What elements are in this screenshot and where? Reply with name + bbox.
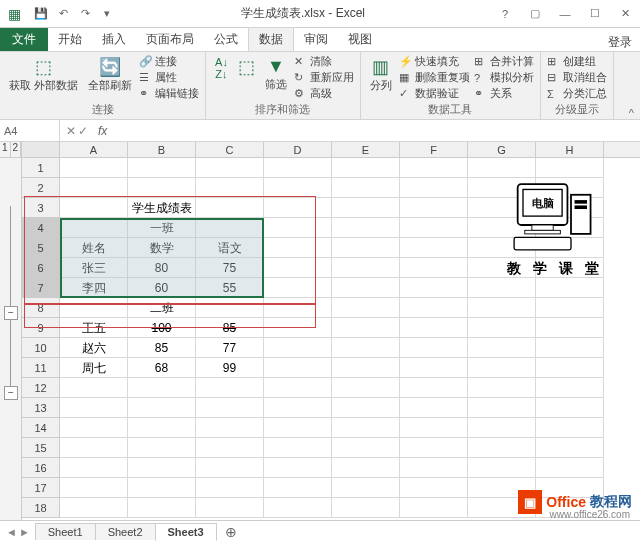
row-header[interactable]: 10 bbox=[22, 338, 60, 358]
cell-class2[interactable]: 二班 bbox=[128, 298, 196, 318]
name-box[interactable]: A4 bbox=[0, 120, 60, 141]
cell-h-chn[interactable]: 语文 bbox=[196, 238, 264, 258]
row-header[interactable]: 6 bbox=[22, 258, 60, 278]
tab-home[interactable]: 开始 bbox=[48, 28, 92, 51]
row-header[interactable]: 2 bbox=[22, 178, 60, 198]
properties-button[interactable]: ☰属性 bbox=[139, 70, 199, 85]
row-header[interactable]: 16 bbox=[22, 458, 60, 478]
row-header[interactable]: 18 bbox=[22, 498, 60, 518]
row-header[interactable]: 13 bbox=[22, 398, 60, 418]
row-header[interactable]: 7 bbox=[22, 278, 60, 298]
outline-collapse-2[interactable]: − bbox=[4, 386, 18, 400]
save-icon[interactable]: 💾 bbox=[32, 5, 50, 23]
clear-button[interactable]: ✕清除 bbox=[294, 54, 354, 69]
remove-duplicates-button[interactable]: ▦删除重复项 bbox=[399, 70, 470, 85]
enter-icon[interactable]: ✓ bbox=[78, 124, 88, 138]
col-header-h[interactable]: H bbox=[536, 142, 604, 157]
relations-button[interactable]: ⚭关系 bbox=[474, 86, 534, 101]
cell[interactable]: 85 bbox=[128, 338, 196, 358]
redo-icon[interactable]: ↷ bbox=[76, 5, 94, 23]
row-header[interactable]: 9 bbox=[22, 318, 60, 338]
cell[interactable]: 99 bbox=[196, 358, 264, 378]
edit-links-button[interactable]: ⚭编辑链接 bbox=[139, 86, 199, 101]
cell[interactable]: 75 bbox=[196, 258, 264, 278]
sheet-tab-2[interactable]: Sheet2 bbox=[95, 523, 156, 540]
data-validation-button[interactable]: ✓数据验证 bbox=[399, 86, 470, 101]
row-header[interactable]: 12 bbox=[22, 378, 60, 398]
outline-level-1[interactable]: 1 bbox=[0, 142, 11, 157]
advanced-button[interactable]: ⚙高级 bbox=[294, 86, 354, 101]
get-external-data-button[interactable]: ⬚获取 外部数据 bbox=[6, 54, 81, 95]
text-to-columns-button[interactable]: ▥分列 bbox=[367, 54, 395, 95]
cell-class1[interactable]: 一班 bbox=[128, 218, 196, 238]
cell[interactable]: 李四 bbox=[60, 278, 128, 298]
row-header[interactable]: 3 bbox=[22, 198, 60, 218]
cell[interactable]: 100 bbox=[128, 318, 196, 338]
filter-button[interactable]: ▼筛选 bbox=[262, 54, 290, 94]
col-header-c[interactable]: C bbox=[196, 142, 264, 157]
sort-button[interactable]: ⬚ bbox=[235, 54, 258, 80]
tab-insert[interactable]: 插入 bbox=[92, 28, 136, 51]
cell[interactable]: 周七 bbox=[60, 358, 128, 378]
col-header-b[interactable]: B bbox=[128, 142, 196, 157]
ungroup-button[interactable]: ⊟取消组合 bbox=[547, 70, 607, 85]
row-header[interactable]: 4 bbox=[22, 218, 60, 238]
ribbon-options-icon[interactable]: ▢ bbox=[520, 4, 550, 24]
worksheet-grid[interactable]: 1 2 − − A B C D E F G H 1 2 3学生成绩表 4一班 5… bbox=[0, 142, 640, 520]
sort-az-button[interactable]: A↓Z↓ bbox=[212, 54, 231, 82]
minimize-icon[interactable]: — bbox=[550, 4, 580, 24]
add-sheet-button[interactable]: ⊕ bbox=[217, 524, 245, 540]
col-header-f[interactable]: F bbox=[400, 142, 468, 157]
close-icon[interactable]: ✕ bbox=[610, 4, 640, 24]
undo-icon[interactable]: ↶ bbox=[54, 5, 72, 23]
sheet-nav-prev[interactable]: ◄ bbox=[6, 526, 17, 538]
row-header[interactable]: 15 bbox=[22, 438, 60, 458]
help-icon[interactable]: ? bbox=[490, 4, 520, 24]
tab-review[interactable]: 审阅 bbox=[294, 28, 338, 51]
row-header[interactable]: 17 bbox=[22, 478, 60, 498]
cell-title[interactable]: 学生成绩表 bbox=[128, 198, 196, 218]
cell[interactable]: 85 bbox=[196, 318, 264, 338]
col-header-a[interactable]: A bbox=[60, 142, 128, 157]
what-if-button[interactable]: ?模拟分析 bbox=[474, 70, 534, 85]
cell[interactable]: 王五 bbox=[60, 318, 128, 338]
qat-dropdown-icon[interactable]: ▾ bbox=[98, 5, 116, 23]
reapply-button[interactable]: ↻重新应用 bbox=[294, 70, 354, 85]
cell[interactable]: 68 bbox=[128, 358, 196, 378]
cell[interactable]: 55 bbox=[196, 278, 264, 298]
cell[interactable]: 60 bbox=[128, 278, 196, 298]
cell-h-name[interactable]: 姓名 bbox=[60, 238, 128, 258]
cell[interactable]: 80 bbox=[128, 258, 196, 278]
collapse-ribbon-icon[interactable]: ^ bbox=[623, 107, 640, 119]
cell[interactable]: 张三 bbox=[60, 258, 128, 278]
col-header-g[interactable]: G bbox=[468, 142, 536, 157]
col-header-e[interactable]: E bbox=[332, 142, 400, 157]
consolidate-button[interactable]: ⊞合并计算 bbox=[474, 54, 534, 69]
row-header[interactable]: 1 bbox=[22, 158, 60, 178]
tab-file[interactable]: 文件 bbox=[0, 28, 48, 51]
col-header-d[interactable]: D bbox=[264, 142, 332, 157]
group-button[interactable]: ⊞创建组 bbox=[547, 54, 607, 69]
row-header[interactable]: 5 bbox=[22, 238, 60, 258]
refresh-all-button[interactable]: 🔄全部刷新 bbox=[85, 54, 135, 95]
outline-level-2[interactable]: 2 bbox=[11, 142, 22, 157]
cell[interactable]: 赵六 bbox=[60, 338, 128, 358]
cell-h-math[interactable]: 数学 bbox=[128, 238, 196, 258]
sheet-nav-next[interactable]: ► bbox=[19, 526, 30, 538]
tab-view[interactable]: 视图 bbox=[338, 28, 382, 51]
cell[interactable]: 77 bbox=[196, 338, 264, 358]
sheet-tab-3[interactable]: Sheet3 bbox=[155, 523, 217, 541]
row-header[interactable]: 14 bbox=[22, 418, 60, 438]
connections-button[interactable]: 🔗连接 bbox=[139, 54, 199, 69]
cancel-icon[interactable]: ✕ bbox=[66, 124, 76, 138]
restore-icon[interactable]: ☐ bbox=[580, 4, 610, 24]
tab-data[interactable]: 数据 bbox=[248, 27, 294, 51]
login-link[interactable]: 登录 bbox=[608, 34, 632, 51]
sheet-tab-1[interactable]: Sheet1 bbox=[35, 523, 96, 540]
tab-formula[interactable]: 公式 bbox=[204, 28, 248, 51]
tab-layout[interactable]: 页面布局 bbox=[136, 28, 204, 51]
fx-icon[interactable]: fx bbox=[94, 124, 111, 138]
row-header[interactable]: 8 bbox=[22, 298, 60, 318]
formula-input[interactable] bbox=[111, 125, 640, 137]
row-header[interactable]: 11 bbox=[22, 358, 60, 378]
